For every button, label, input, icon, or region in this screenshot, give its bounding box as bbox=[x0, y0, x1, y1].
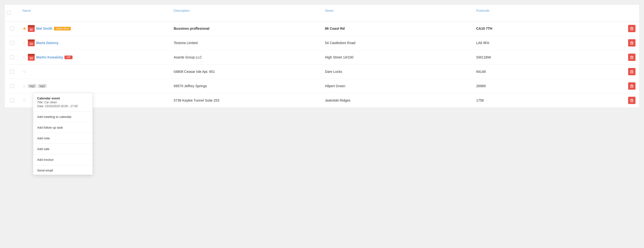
row-checkbox[interactable] bbox=[10, 98, 14, 102]
row-checkbox-cell bbox=[5, 66, 20, 77]
vip-badge: VIP bbox=[64, 56, 72, 59]
description-text: Bussines proffesional bbox=[174, 26, 210, 30]
row-street-cell: Hilpert Green bbox=[322, 81, 473, 91]
star-icon[interactable]: ☆ bbox=[22, 69, 26, 74]
popup-send-email[interactable]: Send email bbox=[33, 166, 92, 175]
svg-text:22: 22 bbox=[30, 28, 33, 31]
svg-rect-3 bbox=[630, 28, 633, 30]
trash-icon bbox=[630, 84, 634, 88]
delete-button[interactable] bbox=[628, 54, 636, 61]
star-icon[interactable]: ☆ bbox=[22, 55, 26, 60]
delete-button[interactable] bbox=[628, 25, 636, 32]
description-text: Testoria Limited bbox=[174, 41, 198, 45]
row-name-cell: ☆ tag2 tag3 bbox=[20, 80, 171, 92]
row-checkbox[interactable] bbox=[10, 26, 14, 30]
select-all-checkbox[interactable] bbox=[7, 11, 11, 15]
postcode-text: 1758 bbox=[476, 98, 484, 102]
popup-divider bbox=[33, 165, 92, 165]
row-checkbox[interactable] bbox=[10, 55, 14, 59]
star-icon[interactable]: ★ bbox=[22, 26, 26, 31]
svg-text:23: 23 bbox=[30, 57, 33, 60]
table-row: ☆ 04808 Ceasar Isle Apt. 651 Dare Locks … bbox=[5, 65, 639, 79]
postcode-text: SW11BW bbox=[476, 55, 491, 59]
popup-title: Calendar event bbox=[37, 97, 88, 100]
popup-divider bbox=[33, 133, 92, 133]
row-postcode-cell: LA6 9FA bbox=[473, 37, 625, 48]
header-postcode: Postcode bbox=[473, 7, 625, 19]
header-street: Street bbox=[322, 7, 473, 19]
popup-add-invoice[interactable]: Add invoice bbox=[33, 155, 92, 164]
calendar-icon[interactable]: 23 bbox=[28, 54, 35, 61]
description-text: 04808 Ceasar Isle Apt. 651 bbox=[174, 70, 215, 74]
street-text: High Street 14/100 bbox=[325, 55, 354, 59]
calendar-icon[interactable]: 22 bbox=[28, 25, 35, 32]
contact-name-link[interactable]: Marta Daimny bbox=[36, 41, 58, 45]
trash-icon bbox=[630, 41, 634, 45]
description-text: Asante Group LLC bbox=[174, 55, 202, 59]
row-description-cell: 69570 Jeffrey Springs bbox=[171, 81, 322, 91]
table-row: ☆ 23 Marta Daimny Testoria Limited 54 Ca… bbox=[5, 36, 639, 50]
svg-rect-11 bbox=[630, 42, 633, 44]
row-checkbox[interactable] bbox=[10, 70, 14, 74]
row-street-cell: Jaskolski Ridges bbox=[322, 95, 473, 106]
popup-add-sale[interactable]: Add sale bbox=[33, 145, 92, 153]
row-street-cell: Dare Locks bbox=[322, 66, 473, 77]
table-row: ☆ 5738 Kaylee Tunnel Suite 253 Jaskolski… bbox=[5, 93, 639, 108]
contact-name-link[interactable]: Martin Kowalsky bbox=[36, 55, 63, 59]
row-description-cell: Testoria Limited bbox=[171, 37, 322, 48]
popup-event-title: Title: Car clean bbox=[37, 101, 88, 104]
row-postcode-cell: 26989 bbox=[473, 81, 625, 91]
table-row: ☆ 23 Martin Kowalsky VIP Asante Group LL… bbox=[5, 50, 639, 65]
street-text: Hilpert Green bbox=[325, 84, 345, 88]
row-street-cell: 54 Castledore Road bbox=[322, 37, 473, 48]
table-header: Name Description Street Postcode bbox=[5, 5, 639, 21]
popup-divider bbox=[33, 143, 92, 144]
row-postcode-cell: SW11BW bbox=[473, 52, 625, 63]
row-name-cell: ☆ bbox=[20, 66, 171, 78]
row-checkbox[interactable] bbox=[10, 84, 14, 88]
popup-add-followup[interactable]: Add follow up task bbox=[33, 123, 92, 132]
postcode-text: LA6 9FA bbox=[476, 41, 490, 45]
svg-text:23: 23 bbox=[30, 42, 33, 45]
row-checkbox[interactable] bbox=[10, 41, 14, 45]
calendar-icon[interactable]: 23 bbox=[28, 39, 35, 46]
row-description-cell: Bussines proffesional bbox=[171, 23, 322, 34]
calendar-popup: Calendar event Title: Car clean Date: 23… bbox=[33, 93, 93, 175]
street-text: 54 Castledore Road bbox=[325, 41, 356, 45]
delete-button[interactable] bbox=[628, 39, 636, 46]
popup-event-date: Date: 23/10/2019 16:00 - 17:00 bbox=[37, 105, 88, 108]
row-actions-cell bbox=[624, 79, 639, 93]
row-checkbox-cell bbox=[5, 81, 20, 91]
row-actions-cell bbox=[624, 93, 639, 108]
svg-rect-17 bbox=[28, 54, 35, 56]
star-icon[interactable]: ☆ bbox=[22, 40, 26, 46]
row-actions-cell bbox=[624, 21, 639, 36]
delete-button[interactable] bbox=[628, 68, 636, 75]
description-text: 5738 Kaylee Tunnel Suite 253 bbox=[174, 98, 220, 102]
star-icon[interactable]: ☆ bbox=[22, 98, 26, 103]
street-text: 86 Coast Rd bbox=[325, 26, 345, 30]
row-description-cell: 5738 Kaylee Tunnel Suite 253 bbox=[171, 95, 322, 106]
svg-rect-19 bbox=[630, 57, 633, 59]
row-postcode-cell: 1758 bbox=[473, 95, 625, 106]
svg-rect-9 bbox=[28, 39, 35, 41]
row-postcode-cell: 94148 bbox=[473, 66, 625, 77]
svg-rect-24 bbox=[630, 71, 633, 73]
row-checkbox-cell bbox=[5, 52, 20, 63]
delete-button[interactable] bbox=[628, 97, 636, 104]
row-postcode-cell: CA10 7TH bbox=[473, 23, 625, 34]
row-checkbox-cell bbox=[5, 95, 20, 106]
trash-icon bbox=[630, 99, 634, 102]
star-icon[interactable]: ☆ bbox=[22, 83, 26, 89]
popup-add-note[interactable]: Add note bbox=[33, 134, 92, 142]
postcode-text: CA10 7TH bbox=[476, 26, 492, 30]
popup-add-meeting[interactable]: Add meeting to calendar bbox=[33, 113, 92, 121]
row-actions-cell bbox=[624, 36, 639, 50]
description-text: 69570 Jeffrey Springs bbox=[174, 84, 207, 88]
row-name-cell: ★ 22 Mat Smith Super client bbox=[20, 22, 171, 35]
row-street-cell: 86 Coast Rd bbox=[322, 23, 473, 34]
table-row: ★ 22 Mat Smith Super client Bussines pro… bbox=[5, 21, 639, 36]
trash-icon bbox=[630, 27, 634, 30]
contact-name-link[interactable]: Mat Smith bbox=[36, 26, 52, 30]
delete-button[interactable] bbox=[628, 82, 636, 90]
